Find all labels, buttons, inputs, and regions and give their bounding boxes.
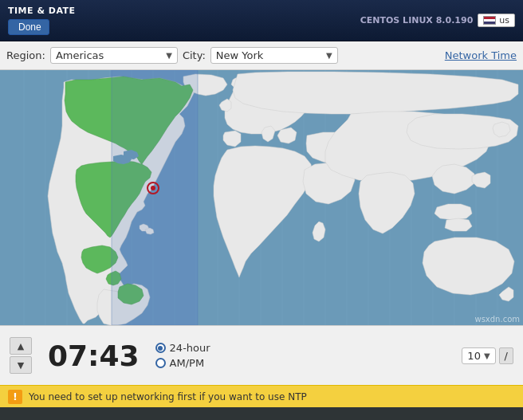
language-selector[interactable]: us <box>478 14 515 27</box>
toolbar: Region: Americas ▼ City: New York ▼ Netw… <box>0 41 523 70</box>
time-up-button[interactable]: ▲ <box>10 337 32 355</box>
ntp-warning-bar: ! You need to set up networking first if… <box>0 385 523 407</box>
format-24h-label: 24-hour <box>170 342 210 354</box>
region-dropdown-arrow: ▼ <box>166 51 172 60</box>
svg-rect-27 <box>112 70 198 325</box>
format-24h-indicator <box>155 343 166 353</box>
city-dropdown-arrow: ▼ <box>326 51 332 60</box>
tz-offset-value: 10 <box>467 350 481 362</box>
region-dropdown[interactable]: Americas ▼ <box>50 47 178 64</box>
format-ampm-indicator <box>155 358 166 368</box>
time-display: 07:43 <box>48 340 140 372</box>
world-map[interactable]: wsxdn.com <box>0 70 523 325</box>
bottom-controls: ▲ ▼ 07:43 24-hour AM/PM 10 ▼ / <box>0 325 523 385</box>
ntp-warning-text: You need to set up networking first if y… <box>29 391 307 402</box>
flag-icon <box>483 16 496 25</box>
header-right: CENTOS LINUX 8.0.190 us <box>360 14 515 27</box>
time-spinner-group: ▲ ▼ <box>10 337 32 374</box>
time-down-button[interactable]: ▼ <box>10 356 32 374</box>
tz-plus-button[interactable]: / <box>499 347 513 364</box>
format-ampm-radio[interactable]: AM/PM <box>155 357 210 369</box>
format-ampm-label: AM/PM <box>170 357 205 369</box>
os-version-label: CENTOS LINUX 8.0.190 <box>360 15 474 26</box>
lang-code-label: us <box>499 15 509 26</box>
region-value: Americas <box>56 49 104 61</box>
watermark-label: wsxdn.com <box>474 315 520 324</box>
warning-icon: ! <box>8 390 22 404</box>
network-time-link[interactable]: Network Time <box>445 49 517 61</box>
timezone-offset-dropdown[interactable]: 10 ▼ <box>462 347 495 364</box>
city-dropdown[interactable]: New York ▼ <box>210 47 338 64</box>
city-label: City: <box>183 49 206 61</box>
region-label: Region: <box>6 49 45 61</box>
app-title: TIME & DATE <box>8 6 76 16</box>
done-button[interactable]: Done <box>8 19 49 35</box>
header-bar: TIME & DATE Done CENTOS LINUX 8.0.190 us <box>0 0 523 41</box>
city-value: New York <box>216 49 264 61</box>
header-left: TIME & DATE Done <box>8 6 76 35</box>
right-controls: 10 ▼ / <box>462 347 513 364</box>
time-format-group: 24-hour AM/PM <box>155 342 210 369</box>
tz-offset-arrow: ▼ <box>484 351 490 360</box>
format-24h-radio[interactable]: 24-hour <box>155 342 210 354</box>
map-svg <box>0 70 523 325</box>
